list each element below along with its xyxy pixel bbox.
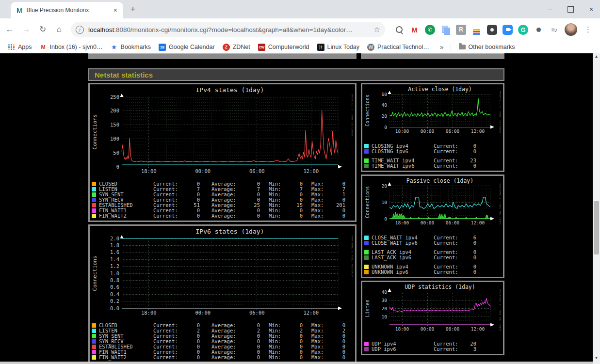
svg-text:UDP statistics (1day): UDP statistics (1day) (405, 284, 475, 290)
chart-udp-statistics[interactable]: 1020304018:0000:0006:0012:00UDP statisti… (361, 281, 504, 355)
lamp-extension-icon[interactable] (487, 25, 497, 35)
other-bookmarks[interactable]: Other bookmarks (459, 44, 515, 50)
page-info-icon[interactable]: i (76, 26, 84, 34)
svg-text:20: 20 (382, 306, 388, 311)
minimize-button[interactable]: – (546, 5, 554, 13)
bookmarks-bar: Apps MInbox (16) - sjvn0… ★Bookmarks 28G… (0, 41, 600, 53)
reload-button[interactable]: ↻ (36, 23, 49, 36)
grammarly-icon[interactable]: G (518, 25, 528, 35)
charts-right-column: 020406018:0000:0006:0012:00Active close … (361, 83, 504, 355)
svg-text:06:00: 06:00 (446, 326, 460, 332)
svg-text:RRDTOOL / TOBI OETIKER: RRDTOOL / TOBI OETIKER (351, 94, 353, 136)
bookmark-linux-today[interactable]: |tLinux Today (317, 44, 360, 51)
legend-value: 0 (243, 355, 260, 360)
voice-extension-icon[interactable]: ✆ (425, 25, 435, 35)
bookmark-google-calendar[interactable]: 28Google Calendar (159, 44, 215, 51)
maximize-button[interactable] (568, 6, 574, 13)
bookmark-bookmarks[interactable]: ★Bookmarks (111, 44, 151, 51)
legend-swatch (92, 334, 96, 338)
page-scrollbar[interactable]: ▲ ▼ (593, 53, 600, 364)
svg-text:IPv4 states (1day): IPv4 states (1day) (196, 86, 264, 94)
wordpress-icon: W (367, 44, 374, 51)
legend-row: FIN_WAIT2Current:0Average:0Min:0Max:0 (92, 213, 353, 219)
svg-text:200: 200 (110, 108, 119, 113)
legend-swatch (364, 144, 369, 148)
svg-text:0: 0 (384, 216, 387, 222)
svg-text:0: 0 (384, 125, 387, 130)
scrollbar-down-icon[interactable]: ▼ (593, 355, 600, 362)
legend-swatch (364, 347, 369, 351)
legend-series-name: UDP ipv6 (372, 347, 434, 352)
legend-swatch (92, 214, 96, 218)
forward-button[interactable]: → (19, 23, 33, 36)
bookmark-computerworld[interactable]: CWComputerworld (258, 44, 309, 51)
close-button[interactable]: × (587, 5, 595, 13)
chart-legend: UDP ipv4Current:20UDP ipv6Current:3 (364, 341, 501, 352)
playlist-extension-icon[interactable]: ≡♪ (549, 25, 559, 35)
svg-text:12:00: 12:00 (471, 128, 485, 134)
bookmark-zdnet[interactable]: ZZDNet (223, 44, 250, 51)
chart-ipv4-states[interactable]: 05010015020025018:0000:0006:0012:00IPv4 … (88, 83, 357, 222)
tab-close-icon[interactable]: × (112, 6, 119, 14)
gmail-icon[interactable]: M (409, 25, 420, 35)
bookmarks-overflow-chevron[interactable]: » (440, 43, 444, 51)
bookmark-inbox[interactable]: MInbox (16) - sjvn0… (40, 44, 103, 51)
chart-ipv6-states[interactable]: 0.00.20.40.60.81.01.21.41.61.82.018:0000… (88, 224, 357, 364)
legend-value: 0 (462, 149, 476, 154)
chart-canvas: 0102018:0000:0006:0012:00Passive close (… (364, 178, 501, 232)
window-controls: – × (546, 0, 595, 18)
bookmark-star-icon[interactable]: ☆ (374, 25, 380, 34)
section-title: Netstat statistics (89, 71, 153, 79)
address-bar[interactable]: i localhost:8080/monitorix-cgi/monitorix… (71, 22, 385, 37)
svg-text:Passive close (1day): Passive close (1day) (406, 178, 473, 184)
chart-legend: CLOSEDCurrent:0Average:0Min:0Max:0LISTEN… (92, 323, 353, 360)
zdnet-icon: Z (223, 44, 230, 51)
legend-swatch (364, 149, 369, 154)
zoom-extension-icon[interactable] (503, 25, 513, 35)
chart-passive-close[interactable]: 0102018:0000:0006:0012:00Passive close (… (361, 174, 504, 278)
svg-text:10: 10 (382, 314, 388, 319)
bookmark-practical-technology[interactable]: WPractical Technol… (367, 44, 429, 51)
legend-value: 0 (183, 213, 200, 219)
svg-text:00:00: 00:00 (195, 310, 211, 316)
svg-text:0.8: 0.8 (110, 277, 119, 283)
charts-left-column: 05010015020025018:0000:0006:0012:00IPv4 … (88, 83, 357, 364)
tab-title: Blue Precision Monitorix (27, 7, 112, 14)
legend-swatch (92, 187, 96, 191)
chart-active-close[interactable]: 020406018:0000:0006:0012:00Active close … (361, 83, 504, 172)
svg-text:1.4: 1.4 (110, 256, 119, 262)
legend-swatch (92, 323, 96, 328)
svg-text:18:00: 18:00 (395, 128, 409, 134)
svg-text:10: 10 (382, 200, 388, 205)
svg-text:50: 50 (113, 150, 119, 156)
search-icon[interactable] (394, 25, 404, 35)
browser-toolbar: ← → ↻ ⌂ i localhost:8080/monitorix-cgi/m… (0, 18, 600, 41)
chart-legend: CLOSING ipv4Current:0CLOSING ipv6Current… (364, 143, 501, 169)
apps-shortcut[interactable]: Apps (8, 44, 32, 51)
legend-swatch (92, 208, 96, 213)
profile-avatar[interactable] (565, 23, 577, 36)
legend-series-name: LAST_ACK ipv6 (372, 255, 434, 260)
home-button[interactable]: ⌂ (52, 23, 66, 36)
scrollbar-thumb[interactable] (594, 201, 599, 254)
legend-series-name: TIME_WAIT ipv6 (372, 163, 434, 169)
legend-value: 0 (183, 355, 200, 360)
scrollbar-up-icon[interactable]: ▲ (593, 53, 600, 60)
extensions-puzzle-icon[interactable]: ⬣ (534, 25, 544, 35)
back-button[interactable]: ← (3, 23, 16, 36)
chart-canvas: 05010015020025018:0000:0006:0012:00IPv4 … (92, 86, 353, 178)
legend-row: UDP ipv6Current:3 (364, 347, 501, 352)
svg-text:RRDTOOL / TOBI OETIKER: RRDTOOL / TOBI OETIKER (499, 289, 501, 331)
svg-text:40: 40 (382, 289, 388, 295)
browser-tab[interactable]: M Blue Precision Monitorix × (11, 2, 123, 18)
legend-swatch (364, 164, 369, 168)
previous-section-frame-right (361, 53, 504, 59)
calendar-icon: 28 (159, 44, 166, 51)
r-extension-icon[interactable]: R (456, 25, 466, 35)
browser-menu-icon[interactable]: ⋮ (584, 25, 592, 34)
copy-extension-icon[interactable] (440, 25, 451, 35)
svg-text:20: 20 (382, 113, 388, 119)
new-tab-button[interactable]: + (127, 4, 139, 16)
legend-value: 0 (329, 355, 345, 360)
books-extension-icon[interactable] (471, 25, 482, 35)
